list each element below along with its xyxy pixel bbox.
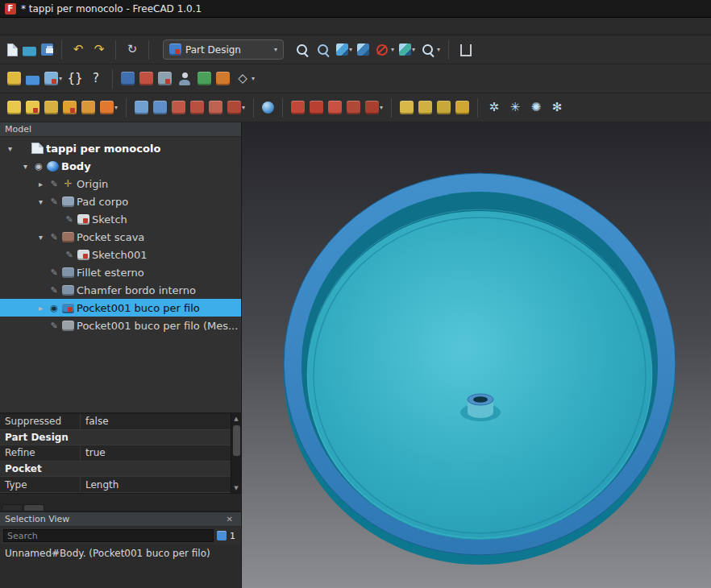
tree-item-pad-corpo[interactable]: ✎ Pad corpo — [0, 193, 241, 210]
subtractive-loft-icon[interactable] — [345, 98, 362, 117]
tree-expander-icon[interactable] — [35, 304, 46, 313]
fillet-icon[interactable] — [398, 98, 415, 117]
property-scrollbar[interactable] — [231, 414, 241, 493]
property-value[interactable]: false — [81, 414, 231, 429]
tree-expander-icon[interactable] — [35, 197, 46, 206]
property-value[interactable]: Length — [81, 477, 231, 492]
menu-windows[interactable] — [92, 18, 105, 35]
tree-item-body[interactable]: ◉ Body — [0, 157, 241, 175]
tree-item-chamfer-bordo-interno[interactable]: ✎ Chamfer bordo interno — [0, 281, 241, 299]
new-view-icon[interactable] — [397, 41, 417, 58]
save-icon[interactable] — [40, 41, 55, 58]
placement-icon[interactable] — [138, 69, 155, 88]
tree-expander-icon[interactable] — [5, 144, 15, 153]
zoom-icon[interactable] — [418, 39, 442, 60]
property-value[interactable]: true — [81, 445, 231, 461]
close-icon[interactable]: ✕ — [223, 515, 236, 524]
new-file-icon[interactable] — [6, 41, 19, 59]
menu-file[interactable] — [2, 18, 15, 35]
texture-icon[interactable] — [214, 69, 231, 88]
menu-part-design[interactable] — [79, 18, 92, 35]
create-part-icon[interactable] — [6, 69, 23, 88]
3d-viewport[interactable] — [242, 122, 711, 588]
prop-group-pocket[interactable]: Pocket — [0, 462, 231, 478]
create-sketch-icon[interactable] — [24, 98, 41, 117]
subtractive-primitive-icon[interactable] — [364, 98, 385, 117]
prop-type[interactable]: Type Length — [0, 477, 231, 493]
pocket-icon[interactable] — [289, 98, 306, 117]
linear-pattern-icon[interactable]: ✳ — [505, 97, 525, 118]
pad-icon[interactable] — [133, 98, 150, 117]
tree-item-sketch[interactable]: ✎ Sketch — [0, 210, 241, 228]
boolean-icon[interactable] — [260, 99, 276, 116]
redo-icon[interactable]: ↷ — [89, 39, 109, 60]
revolution-icon[interactable] — [152, 98, 168, 117]
tree-item-pocket001[interactable]: ◉ Pocket001 buco per filo — [0, 299, 241, 317]
tree-item-pocket-scava[interactable]: ✎ Pocket scava — [0, 228, 241, 246]
chamfer-icon[interactable] — [417, 98, 434, 117]
sync-view-icon[interactable] — [356, 41, 371, 58]
create-group-icon[interactable] — [24, 69, 41, 88]
open-file-icon[interactable] — [21, 40, 38, 59]
additive-primitive-icon[interactable] — [226, 98, 247, 117]
multitransform-icon[interactable]: ✻ — [547, 97, 567, 118]
fit-all-icon[interactable] — [293, 39, 312, 60]
create-body-icon[interactable] — [6, 98, 23, 117]
isometric-view-icon[interactable] — [335, 41, 354, 58]
tree-item-document[interactable]: tappi per monocolo — [0, 139, 241, 157]
additive-pipe-icon[interactable] — [189, 98, 206, 117]
additive-helix-icon[interactable] — [207, 98, 224, 117]
tree-item-fillet-esterno[interactable]: ✎ Fillet esterno — [0, 263, 241, 281]
refresh-icon[interactable]: ↻ — [123, 39, 142, 60]
whats-this-icon[interactable]: ? — [86, 68, 106, 89]
datum-icon[interactable] — [119, 69, 136, 88]
polar-pattern-icon[interactable]: ✺ — [526, 97, 546, 118]
center-hole[interactable] — [473, 396, 488, 403]
thickness-icon[interactable] — [454, 98, 471, 117]
selection-result[interactable]: Unnamed#Body. (Pocket001 buco per filo) — [0, 545, 241, 588]
tree-item-origin[interactable]: ✎ ✛ Origin — [0, 175, 241, 193]
menu-accessories[interactable] — [118, 18, 131, 35]
selection-search-input[interactable] — [3, 529, 214, 542]
material-icon[interactable] — [196, 69, 213, 88]
cap-floor[interactable] — [307, 211, 652, 540]
sketch-tools-icon[interactable] — [98, 98, 119, 117]
mirrored-icon[interactable]: ✲ — [484, 97, 504, 118]
menu-sketch[interactable] — [66, 18, 79, 35]
prop-group-part-design[interactable]: Part Design — [0, 430, 231, 446]
map-sketch-icon[interactable] — [61, 98, 78, 117]
scroll-down-icon[interactable] — [234, 483, 238, 493]
tree-expander-icon[interactable] — [35, 180, 46, 188]
menu-tools[interactable] — [40, 18, 53, 35]
appearance-icon[interactable] — [175, 68, 194, 89]
hole-icon[interactable] — [308, 98, 325, 117]
selection-filter-icon[interactable]: ◇ — [233, 68, 256, 89]
tree-item-sketch001[interactable]: ✎ Sketch001 — [0, 246, 241, 263]
expression-icon[interactable]: {} — [65, 68, 85, 89]
tree-expander-icon[interactable] — [20, 162, 31, 171]
model-pocket001-cap[interactable] — [284, 173, 676, 565]
menu-edit[interactable] — [15, 18, 27, 35]
make-link-icon[interactable] — [43, 69, 64, 88]
groove-icon[interactable] — [326, 98, 343, 117]
edit-sketch-icon[interactable] — [43, 98, 60, 117]
workbench-selector[interactable]: Part Design — [163, 39, 284, 60]
scroll-up-icon[interactable] — [234, 414, 238, 424]
additive-loft-icon[interactable] — [170, 98, 187, 117]
tree-item-pocket001-mesh[interactable]: ✎ Pocket001 buco per filo (Mes... — [0, 317, 241, 334]
prop-suppressed[interactable]: Suppressed false — [0, 414, 231, 430]
alignment-icon[interactable] — [156, 69, 173, 88]
prop-refine[interactable]: Refine true — [0, 445, 231, 462]
scrollbar-thumb[interactable] — [233, 425, 240, 456]
draw-style-icon[interactable] — [372, 39, 396, 60]
menu-macro[interactable] — [53, 18, 66, 35]
menu-view[interactable] — [27, 18, 40, 35]
measure-icon[interactable] — [455, 39, 475, 60]
tree-expander-icon[interactable] — [35, 233, 46, 242]
draft-icon[interactable] — [435, 98, 452, 117]
3d-scene[interactable] — [242, 122, 711, 588]
fit-selection-icon[interactable] — [314, 39, 333, 60]
undo-icon[interactable]: ↶ — [69, 39, 88, 60]
sketch-reorient-icon[interactable] — [80, 98, 97, 117]
tab-data[interactable] — [23, 504, 44, 511]
